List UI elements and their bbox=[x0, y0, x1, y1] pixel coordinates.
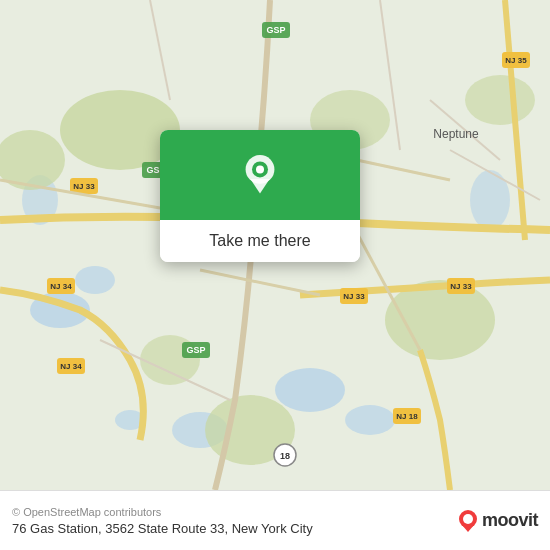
svg-text:Neptune: Neptune bbox=[433, 127, 479, 141]
svg-point-53 bbox=[256, 165, 264, 173]
svg-text:GSP: GSP bbox=[266, 25, 285, 35]
svg-marker-57 bbox=[462, 525, 474, 532]
svg-text:GSP: GSP bbox=[186, 345, 205, 355]
svg-point-2 bbox=[75, 266, 115, 294]
map-view: GSP GSP GSP NJ 33 NJ 33 NJ 33 NJ 6 NJ 34… bbox=[0, 0, 550, 490]
bottom-bar: © OpenStreetMap contributors 76 Gas Stat… bbox=[0, 490, 550, 550]
svg-text:NJ 35: NJ 35 bbox=[505, 56, 527, 65]
svg-text:18: 18 bbox=[280, 451, 290, 461]
location-text: 76 Gas Station, 3562 State Route 33, New… bbox=[12, 521, 457, 536]
svg-text:NJ 34: NJ 34 bbox=[50, 282, 72, 291]
location-pin-icon bbox=[240, 155, 280, 195]
moovit-brand-text: moovit bbox=[482, 510, 538, 531]
location-popup: Take me there bbox=[160, 130, 360, 262]
svg-point-14 bbox=[465, 75, 535, 125]
moovit-pin-icon bbox=[457, 510, 479, 532]
svg-text:NJ 18: NJ 18 bbox=[396, 412, 418, 421]
svg-marker-54 bbox=[250, 179, 269, 193]
moovit-logo: moovit bbox=[457, 510, 538, 532]
map-attribution: © OpenStreetMap contributors bbox=[12, 506, 457, 518]
svg-point-56 bbox=[463, 514, 473, 524]
take-me-there-button[interactable]: Take me there bbox=[160, 220, 360, 262]
svg-text:NJ 33: NJ 33 bbox=[73, 182, 95, 191]
svg-text:NJ 34: NJ 34 bbox=[60, 362, 82, 371]
svg-text:NJ 33: NJ 33 bbox=[343, 292, 365, 301]
popup-header bbox=[160, 130, 360, 220]
svg-point-4 bbox=[275, 368, 345, 412]
svg-text:NJ 33: NJ 33 bbox=[450, 282, 472, 291]
svg-point-5 bbox=[345, 405, 395, 435]
